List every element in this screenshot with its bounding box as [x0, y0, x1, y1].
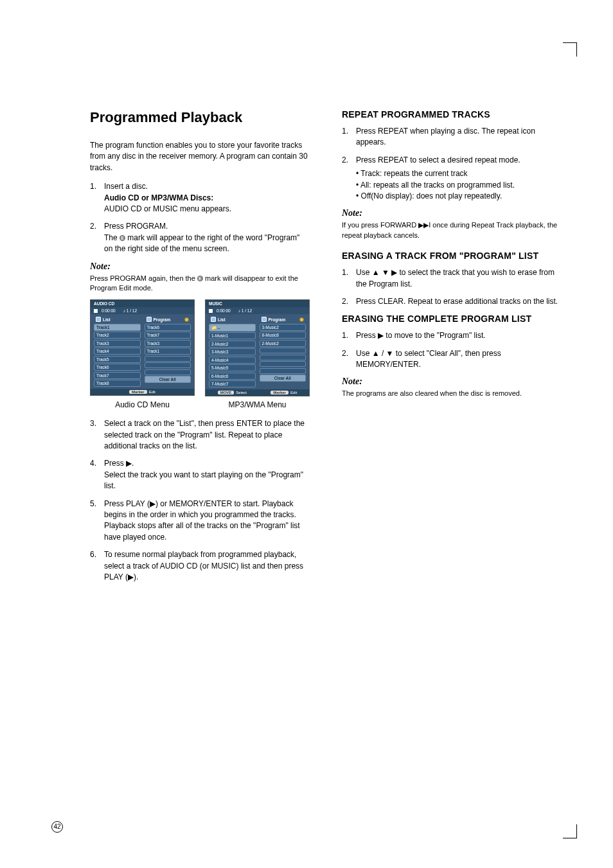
- list-icon: [96, 317, 101, 322]
- step-text: Press: [356, 331, 378, 340]
- list-item: Track8: [94, 380, 141, 387]
- page-number: 42: [51, 821, 63, 833]
- step-text: Press REPEAT to select a desired repeat …: [356, 155, 520, 164]
- crop-mark-top-right: [563, 42, 577, 57]
- list-item: Track5: [94, 356, 141, 363]
- osd-program-label: Program: [154, 317, 171, 322]
- erase-all-step-1: 1. Press ▶ to move to the "Program" list…: [342, 330, 562, 341]
- mp3-wma-menu: MUSIC 0:00:00 ♪ 1 / 12 List 📁 .. 1-Music…: [205, 299, 310, 396]
- list-item: 7-Music7: [209, 380, 256, 387]
- step-number: 5.: [90, 499, 104, 544]
- footer-marker-chip: Marker: [271, 391, 289, 394]
- play-icon: ▶: [126, 459, 132, 468]
- list-item: [145, 369, 191, 375]
- note-text: If you press FORWARD: [342, 221, 418, 229]
- step-number: 2.: [342, 296, 356, 307]
- step-2: 2. Press PROGRAM. The E mark will appear…: [90, 221, 310, 254]
- step-text: Press CLEAR. Repeat to erase additional …: [356, 296, 562, 307]
- list-item: [145, 362, 191, 368]
- repeat-steps: 1. Press REPEAT when playing a disc. The…: [342, 126, 562, 202]
- osd-program-column: Program 3-Music2 8-Music8 2-Music2 Clear…: [260, 316, 306, 387]
- step-text: ).: [134, 572, 138, 581]
- list-item: [260, 355, 306, 360]
- step-number: 2.: [90, 221, 104, 254]
- step-6: 6. To resume normal playback from progra…: [90, 549, 310, 583]
- step-number: 4.: [90, 458, 104, 492]
- stop-icon: [94, 309, 98, 313]
- step-3: 3. Select a track on the "List", then pr…: [90, 418, 310, 452]
- step-text: Press PLAY (: [104, 499, 150, 508]
- list-item: Track1: [145, 348, 191, 355]
- list-item: Track3: [145, 340, 191, 347]
- page-title: Programmed Playback: [90, 109, 310, 126]
- step-number: 2.: [342, 348, 356, 371]
- list-item: Track6: [145, 324, 191, 331]
- osd-list-label: List: [218, 317, 226, 322]
- list-item: Track7: [94, 372, 141, 379]
- list-item: Track7: [145, 332, 191, 339]
- step-text: Press REPEAT when playing a disc. The re…: [356, 126, 562, 148]
- e-disc-icon: [299, 317, 304, 322]
- play-icon: ▶: [378, 331, 384, 340]
- list-item: Track3: [94, 340, 141, 347]
- list-icon: [211, 317, 216, 322]
- list-item: [260, 361, 306, 367]
- step-text: Press: [104, 459, 126, 468]
- step-text: to move to the "Program" list.: [384, 331, 486, 340]
- arrow-glyphs: ▲ ▼ ▶: [372, 268, 397, 277]
- step-text: Use: [356, 349, 372, 358]
- bullet-item: All: repeats all the tracks on programme…: [356, 180, 562, 191]
- erase-track-steps: 1. Use ▲ ▼ ▶ to select the track that yo…: [342, 267, 562, 307]
- clear-all-row: Clear All: [260, 375, 306, 382]
- footer-select-label: Select: [236, 391, 247, 394]
- list-item: Track6: [94, 364, 141, 371]
- step-text: Select the track you want to start playi…: [104, 470, 303, 490]
- e-mark-icon: E: [197, 276, 203, 281]
- e-disc-icon: [184, 317, 189, 322]
- step-text: AUDIO CD or MUSIC menu appears.: [104, 204, 231, 213]
- note-heading: Note:: [90, 261, 310, 272]
- step-number: 1.: [90, 181, 104, 215]
- osd-footer: MarkerEdit: [91, 389, 194, 395]
- menu-captions: Audio CD Menu MP3/WMA Menu: [90, 400, 310, 409]
- osd-counter: ♪ 1 / 12: [238, 308, 252, 313]
- osd-title: MUSIC: [206, 300, 309, 307]
- play-icon: ▶: [150, 499, 155, 508]
- caption-mp3-wma: MP3/WMA Menu: [205, 400, 310, 409]
- footer-move-chip: MOVE: [218, 391, 235, 394]
- list-item: Track2: [94, 332, 141, 339]
- bullet-item: Track: repeats the current track: [356, 168, 562, 179]
- osd-title: AUDIO CD: [91, 300, 194, 307]
- left-column: Programmed Playback The program function…: [90, 109, 310, 589]
- page-number-value: 42: [51, 821, 63, 833]
- caption-audio-cd: Audio CD Menu: [90, 400, 195, 409]
- osd-list-label: List: [103, 317, 111, 322]
- step-4: 4. Press ▶. Select the track you want to…: [90, 458, 310, 492]
- forward-skip-icon: ▶▶I: [418, 221, 431, 229]
- step-5: 5. Press PLAY (▶) or MEMORY/ENTER to sta…: [90, 499, 310, 544]
- steps-list-b: 3. Select a track on the "List", then pr…: [90, 418, 310, 583]
- intro-paragraph: The program function enables you to stor…: [90, 140, 310, 173]
- list-item: 5-Music5: [209, 364, 256, 371]
- list-item: Track1: [94, 324, 141, 331]
- folder-up-row: 📁 ..: [209, 324, 256, 332]
- step-number: 1.: [342, 267, 356, 290]
- e-mark-icon: E: [120, 235, 125, 241]
- repeat-step-1: 1. Press REPEAT when playing a disc. The…: [342, 126, 562, 148]
- section-heading-erase-track: ERASING A TRACK FROM "PROGRAM" LIST: [342, 251, 562, 261]
- program-icon: [147, 317, 152, 322]
- steps-list-a: 1. Insert a disc. Audio CD or MP3/WMA Di…: [90, 181, 310, 254]
- right-column: REPEAT PROGRAMMED TRACKS 1. Press REPEAT…: [342, 109, 562, 589]
- list-item: 3-Music3: [209, 348, 256, 355]
- list-item: 3-Music2: [260, 324, 306, 331]
- list-item: [260, 368, 306, 374]
- note-text: Press PROGRAM again, then the: [90, 274, 197, 282]
- erase-track-step-1: 1. Use ▲ ▼ ▶ to select the track that yo…: [342, 267, 562, 290]
- osd-time: 0:00:00: [217, 308, 231, 313]
- osd-list-column: List 📁 .. 1-Music1 2-Music2 3-Music3 4-M…: [209, 316, 256, 387]
- step-text: Use: [356, 268, 372, 277]
- step-number: 3.: [90, 418, 104, 452]
- footer-edit-label: Edit: [290, 391, 297, 394]
- erase-all-step-2: 2. Use ▲ / ▼ to select "Clear All", then…: [342, 348, 562, 371]
- section-heading-repeat: REPEAT PROGRAMMED TRACKS: [342, 109, 562, 120]
